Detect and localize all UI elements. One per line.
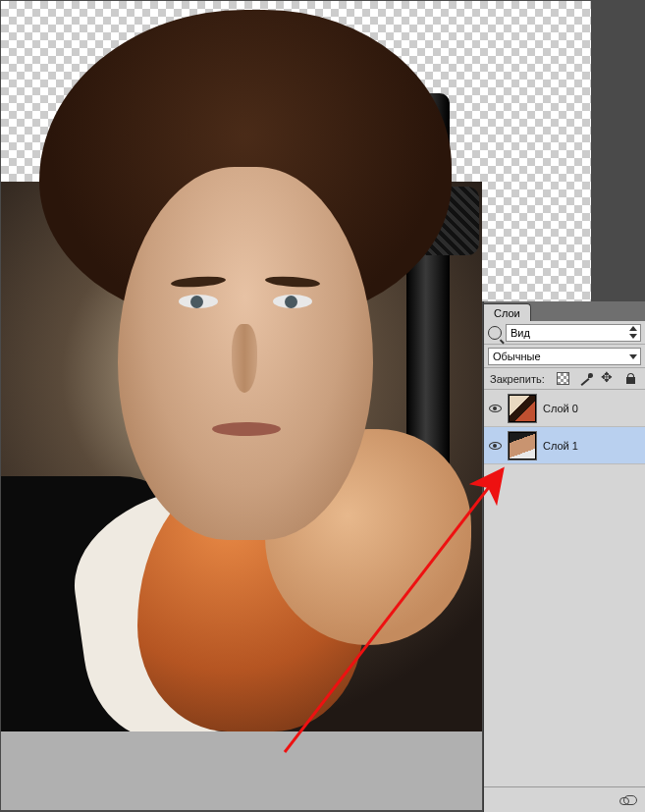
layer-filter-row: Вид [484,321,645,345]
layer-thumbnail[interactable] [508,431,537,460]
image-face [118,167,373,540]
layer-visibility-toggle[interactable] [488,439,502,453]
layer-name-label: Слой 1 [543,440,578,452]
eye-icon [489,442,502,450]
lock-transparency-icon[interactable] [557,372,569,385]
blend-mode-row: Обычные [484,345,645,368]
layer-name-label: Слой 0 [543,403,578,414]
layer-filter-dropdown[interactable]: Вид [506,324,641,342]
app-stage: Слои Вид Обычные Закрепить: [0,0,645,812]
layer-filter-value: Вид [511,327,530,339]
panel-statusbar [484,786,645,812]
lock-pixels-icon[interactable] [579,372,592,385]
eye-icon [489,405,502,412]
layer-row[interactable]: Слой 1 [484,427,645,464]
layer-thumbnail[interactable] [508,394,537,423]
lock-position-icon[interactable] [602,372,615,385]
lock-all-icon[interactable] [624,372,637,385]
lock-label: Закрепить: [490,373,545,385]
lock-row: Закрепить: [484,368,645,390]
panel-tabbar: Слои [484,301,645,321]
blend-mode-value: Обычные [493,351,541,362]
search-icon [488,326,502,340]
link-layers-icon[interactable] [623,795,637,805]
layer-visibility-toggle[interactable] [488,402,502,415]
layers-panel: Слои Вид Обычные Закрепить: [483,301,645,812]
canvas-pasteboard-bottom [1,731,482,810]
tab-layers[interactable]: Слои [484,303,531,321]
layer-row[interactable]: Слой 0 [484,390,645,427]
blend-mode-dropdown[interactable]: Обычные [488,348,641,365]
layers-list: Слой 0 Слой 1 [484,390,645,786]
workspace-gap [592,0,645,301]
